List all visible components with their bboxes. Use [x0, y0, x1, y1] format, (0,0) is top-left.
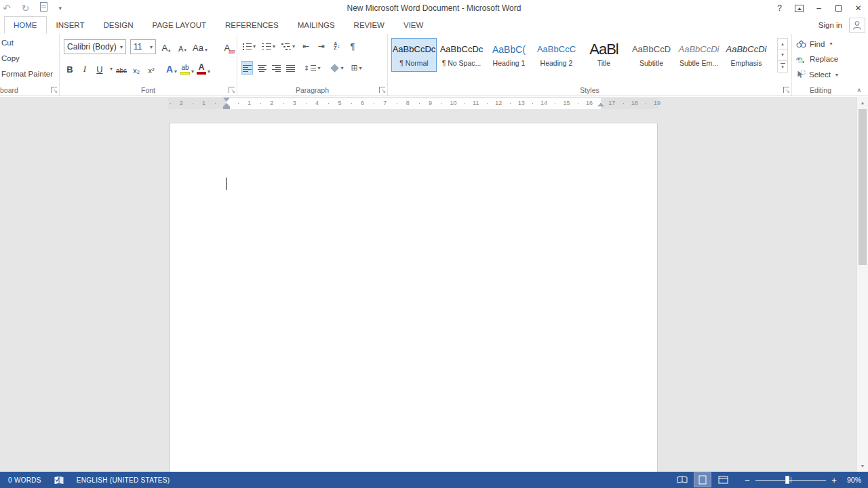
font-size-combobox[interactable]: 11 ▾	[130, 39, 156, 54]
tab-insert[interactable]: INSERT	[47, 16, 94, 34]
multilevel-list-button[interactable]: ▾	[281, 39, 296, 53]
styles-scroll-up-icon[interactable]: ▴	[777, 38, 788, 49]
copy-button[interactable]: Copy	[1, 54, 20, 62]
print-layout-button[interactable]	[694, 473, 711, 487]
style-name: Emphasis	[724, 59, 768, 67]
font-color-button[interactable]: A ▾	[197, 61, 210, 76]
font-dialog-launcher-icon[interactable]	[229, 87, 235, 93]
find-label: Find	[810, 40, 825, 48]
select-button[interactable]: Select ▾	[796, 70, 838, 79]
find-button[interactable]: Find ▾	[796, 39, 832, 48]
grow-font-button[interactable]: A▴	[160, 39, 172, 54]
scrollbar-thumb[interactable]	[859, 109, 867, 265]
style-heading-1[interactable]: AaBbC( Heading 1	[486, 38, 532, 72]
style-name: ¶ No Spac...	[439, 59, 484, 67]
ruler-tick	[374, 103, 374, 104]
superscript-button[interactable]: x²	[145, 61, 157, 76]
collapse-ribbon-icon[interactable]: ∧	[856, 87, 861, 94]
strikethrough-button[interactable]: abc	[115, 61, 127, 76]
cut-button[interactable]: Cut	[1, 39, 14, 47]
zoom-level[interactable]: 90%	[840, 476, 861, 484]
align-right-button[interactable]	[271, 61, 281, 75]
tab-page-layout[interactable]: PAGE LAYOUT	[143, 16, 216, 34]
change-case-button[interactable]: Aa▾	[193, 39, 208, 54]
document-page[interactable]	[170, 123, 658, 472]
vertical-scrollbar[interactable]: ▲ ▼	[856, 97, 868, 472]
zoom-slider[interactable]	[755, 475, 826, 485]
borders-button[interactable]: ⊞ ▾	[350, 61, 362, 75]
style-normal[interactable]: AaBbCcDc ¶ Normal	[391, 38, 437, 72]
sort-button[interactable]: A Z ↓	[332, 39, 342, 53]
ruler-tick	[215, 103, 216, 104]
help-icon[interactable]: ?	[770, 0, 789, 16]
right-indent-marker[interactable]	[597, 103, 604, 106]
chevron-down-icon[interactable]: ▾	[191, 68, 194, 75]
chevron-down-icon[interactable]: ▾	[150, 44, 153, 50]
first-line-indent-marker[interactable]	[223, 98, 230, 102]
style-subtitle[interactable]: AaBbCcD Subtitle	[629, 38, 674, 72]
justify-button[interactable]	[285, 61, 296, 75]
style-subtle-emphasis[interactable]: AaBbCcDi Subtle Em...	[676, 38, 722, 72]
underline-button[interactable]: U	[94, 61, 106, 76]
sign-in[interactable]: Sign in	[818, 16, 865, 34]
word-count[interactable]: 0 WORDS	[8, 476, 41, 484]
align-right-icon	[272, 64, 281, 72]
italic-button[interactable]: I	[79, 61, 91, 76]
tab-references[interactable]: REFERENCES	[216, 16, 288, 34]
zoom-in-button[interactable]: +	[829, 475, 840, 485]
style-title[interactable]: AaBl Title	[581, 38, 627, 72]
scroll-up-icon[interactable]: ▲	[857, 98, 868, 108]
underline-options-icon[interactable]: ▾	[110, 66, 113, 72]
font-name-combobox[interactable]: Calibri (Body) ▾	[64, 39, 126, 54]
style-heading-2[interactable]: AaBbCcC Heading 2	[534, 38, 579, 72]
tab-view[interactable]: VIEW	[394, 16, 433, 34]
text-effects-button[interactable]: A▾	[165, 61, 178, 76]
document-area[interactable]	[0, 110, 868, 472]
spell-check-icon[interactable]	[54, 476, 64, 485]
clipboard-dialog-launcher-icon[interactable]	[51, 87, 57, 93]
horizontal-ruler[interactable]: 2112345678910111213141516171819	[168, 98, 658, 109]
clear-formatting-button[interactable]: A	[221, 39, 233, 54]
styles-more-icon[interactable]: ▾	[777, 61, 788, 73]
left-indent-marker[interactable]	[223, 106, 230, 109]
minimize-icon[interactable]: –	[809, 0, 829, 16]
line-spacing-button[interactable]: ⇕ ▾	[303, 61, 321, 75]
web-layout-button[interactable]	[715, 473, 731, 487]
tab-home[interactable]: HOME	[4, 16, 47, 34]
avatar-icon[interactable]	[849, 18, 865, 33]
styles-dialog-launcher-icon[interactable]	[783, 87, 789, 93]
more-bar	[781, 63, 785, 64]
shrink-font-button[interactable]: A▾	[176, 39, 189, 54]
ribbon-display-options-icon[interactable]	[789, 0, 809, 16]
replace-button[interactable]: ab Replace	[796, 55, 838, 63]
numbering-button[interactable]: ▾	[261, 39, 276, 53]
close-icon[interactable]: ✕	[848, 0, 868, 16]
align-left-button[interactable]	[241, 61, 253, 75]
chevron-down-icon[interactable]: ▾	[208, 68, 210, 75]
tab-review[interactable]: REVIEW	[344, 16, 394, 34]
align-center-button[interactable]	[256, 61, 267, 75]
zoom-out-button[interactable]: −	[742, 475, 753, 485]
read-mode-button[interactable]	[674, 473, 690, 487]
bold-button[interactable]: B	[64, 61, 76, 76]
zoom-slider-thumb[interactable]	[785, 476, 789, 484]
styles-scroll-down-icon[interactable]: ▾	[777, 49, 788, 61]
decrease-indent-button[interactable]: ⇤	[300, 39, 311, 53]
bullets-button[interactable]: ▾	[241, 39, 256, 53]
chevron-down-icon[interactable]: ▾	[120, 44, 123, 50]
format-painter-button[interactable]: Format Painter	[1, 70, 53, 78]
text-highlight-button[interactable]: ab ▾	[180, 61, 194, 76]
increase-indent-button[interactable]: ⇥	[316, 39, 327, 53]
tab-design[interactable]: DESIGN	[94, 16, 142, 34]
tab-mailings[interactable]: MAILINGS	[288, 16, 344, 34]
style-no-spacing[interactable]: AaBbCcDc ¶ No Spac...	[439, 38, 484, 72]
shading-button[interactable]: ▾	[330, 61, 344, 75]
paragraph-dialog-launcher-icon[interactable]	[379, 87, 385, 93]
show-hide-formatting-button[interactable]: ¶	[347, 39, 358, 53]
style-emphasis[interactable]: AaBbCcDi Emphasis	[724, 38, 769, 72]
language-status[interactable]: ENGLISH (UNITED STATES)	[77, 476, 170, 484]
restore-icon[interactable]	[829, 0, 848, 16]
subscript-button[interactable]: x₂	[130, 61, 142, 76]
paragraph-group: ▾ ▾ ▾ ⇤ ⇥ A Z ↓ ¶	[237, 34, 388, 96]
scroll-down-icon[interactable]: ▼	[857, 461, 868, 471]
